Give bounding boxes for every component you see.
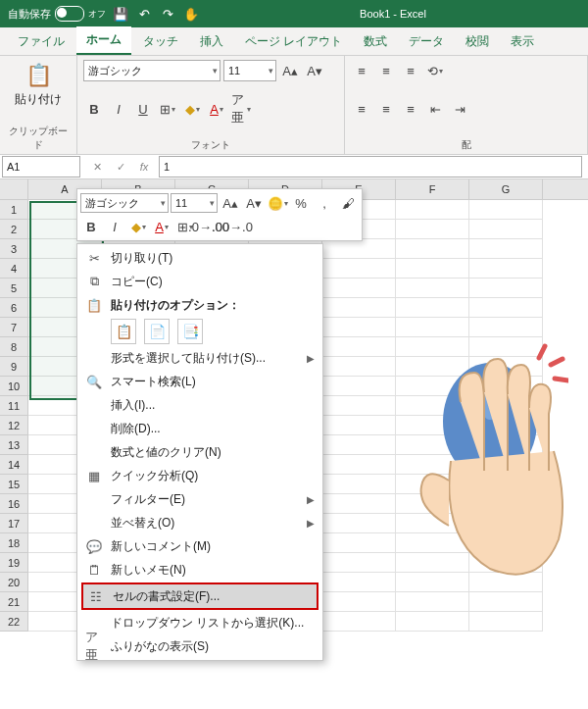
italic-button[interactable]: I [108,98,129,120]
cell[interactable] [469,318,543,337]
align-top-icon[interactable]: ≡ [351,60,372,81]
phonetic-button[interactable]: ア亜 [230,98,252,120]
tab-page-layout[interactable]: ページ レイアウト [235,28,352,55]
indent-increase-icon[interactable]: ⇥ [449,98,470,120]
cell[interactable] [322,357,396,377]
ctx-smart-lookup[interactable]: 🔍スマート検索(L) [77,370,322,393]
mini-size-select[interactable]: 11 [171,193,218,213]
touch-mode-icon[interactable]: ✋ [182,5,200,23]
row-header[interactable]: 19 [0,553,28,573]
mini-decrease-font-icon[interactable]: A▾ [243,192,265,214]
cell[interactable] [469,475,543,494]
paste-opt-formulas[interactable]: 📑 [177,319,203,344]
paste-opt-default[interactable]: 📋 [111,319,136,344]
cell[interactable] [396,279,469,298]
col-header[interactable]: G [469,179,543,199]
cell[interactable] [469,612,543,632]
cell[interactable] [469,553,543,573]
font-color-button[interactable]: A [206,98,227,120]
row-header[interactable]: 17 [0,514,28,533]
ctx-paste-special[interactable]: 形式を選択して貼り付け(S)...▶ [77,346,322,370]
cell[interactable] [469,573,543,592]
cell[interactable] [322,514,396,533]
row-header[interactable]: 6 [0,298,28,318]
cell[interactable] [469,592,543,612]
cell[interactable] [396,592,469,612]
row-header[interactable]: 11 [0,396,28,416]
mini-italic-button[interactable]: I [104,216,125,237]
tab-home[interactable]: ホーム [76,26,131,55]
align-left-icon[interactable]: ≡ [351,98,372,120]
cell[interactable] [322,475,396,494]
mini-font-select[interactable]: 游ゴシック [80,193,169,213]
align-right-icon[interactable]: ≡ [400,98,421,120]
tab-file[interactable]: ファイル [8,28,74,55]
cell[interactable] [396,318,469,337]
autosave-toggle[interactable]: 自動保存 オフ [8,6,106,22]
enter-formula-icon[interactable]: ✓ [112,158,129,176]
cell[interactable] [469,357,543,377]
cell[interactable] [322,435,396,455]
row-header[interactable]: 10 [0,377,28,396]
cell[interactable] [322,396,396,416]
cell[interactable] [396,377,469,396]
cell[interactable] [469,220,543,239]
ctx-clear[interactable]: 数式と値のクリア(N) [77,440,322,464]
cell[interactable] [469,396,543,416]
cell[interactable] [322,494,396,514]
cell[interactable] [396,239,469,259]
cell[interactable] [396,396,469,416]
cell[interactable] [322,298,396,318]
cell[interactable] [469,435,543,455]
cell[interactable] [396,475,469,494]
ctx-new-note[interactable]: 🗒新しいメモ(N) [77,558,322,582]
cell[interactable] [396,494,469,514]
cell[interactable] [322,592,396,612]
cell[interactable] [469,494,543,514]
col-header[interactable]: F [396,179,469,199]
cell[interactable] [469,298,543,318]
row-header[interactable]: 14 [0,455,28,475]
mini-fill-color-button[interactable]: ◆ [127,216,149,237]
row-header[interactable]: 7 [0,318,28,337]
ctx-pick-from-list[interactable]: ドロップダウン リストから選択(K)... [77,611,322,634]
cell[interactable] [469,200,543,220]
tab-data[interactable]: データ [399,28,454,55]
font-name-select[interactable]: 游ゴシック [83,60,220,81]
cell[interactable] [322,279,396,298]
align-bottom-icon[interactable]: ≡ [400,60,421,81]
row-header[interactable]: 22 [0,612,28,632]
ctx-insert[interactable]: 挿入(I)... [77,393,322,417]
ctx-copy[interactable]: ⧉コピー(C) [77,270,322,293]
mini-bold-button[interactable]: B [80,216,102,237]
row-header[interactable]: 1 [0,200,28,220]
ctx-format-cells[interactable]: ☷セルの書式設定(F)... [81,582,318,610]
mini-percent-icon[interactable]: % [290,192,312,214]
save-icon[interactable]: 💾 [112,5,129,23]
redo-icon[interactable]: ↷ [159,5,176,23]
cell[interactable] [469,514,543,533]
cell[interactable] [396,416,469,435]
cell[interactable] [469,259,543,279]
name-box[interactable]: A1 [2,156,80,177]
border-button[interactable]: ⊞ [157,98,178,120]
increase-font-icon[interactable]: A▴ [279,60,301,81]
cell[interactable] [396,573,469,592]
undo-icon[interactable]: ↶ [135,5,153,23]
row-header[interactable]: 12 [0,416,28,435]
bold-button[interactable]: B [83,98,105,120]
cell[interactable] [396,220,469,239]
ctx-filter[interactable]: フィルター(E)▶ [77,487,322,511]
cell[interactable] [469,239,543,259]
indent-decrease-icon[interactable]: ⇤ [424,98,446,120]
cell[interactable] [469,455,543,475]
align-center-icon[interactable]: ≡ [375,98,397,120]
cell[interactable] [322,377,396,396]
cell[interactable] [396,514,469,533]
underline-button[interactable]: U [132,98,154,120]
cell[interactable] [396,533,469,553]
row-header[interactable]: 5 [0,279,28,298]
ctx-cut[interactable]: ✂切り取り(T) [77,246,322,270]
row-header[interactable]: 2 [0,220,28,239]
row-header[interactable]: 16 [0,494,28,514]
